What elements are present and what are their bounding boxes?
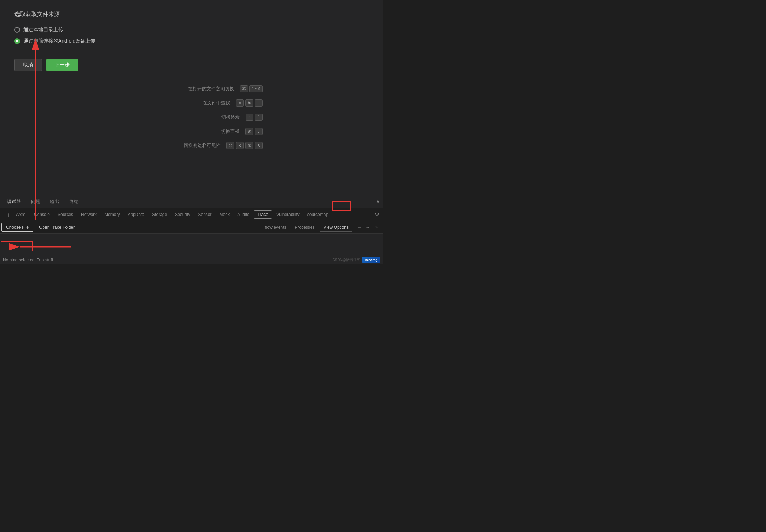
open-trace-folder-button[interactable]: Open Trace Folder xyxy=(35,223,79,231)
devtools-tab-audits[interactable]: Audits xyxy=(234,211,253,218)
cancel-button[interactable]: 取消 xyxy=(14,59,42,71)
radio-circle-1 xyxy=(14,27,20,33)
nav-right-button[interactable]: → xyxy=(364,223,372,231)
button-group: 取消 下一步 xyxy=(14,59,78,71)
key-k-5: K xyxy=(236,142,244,149)
shortcut-label-1: 在打开的文件之间切换 xyxy=(120,86,234,92)
key-backtick-3: ` xyxy=(255,114,263,121)
shortcut-label-3: 切换终端 xyxy=(120,114,240,120)
flow-events-button[interactable]: flow events xyxy=(261,223,290,231)
devtools-tab-sourcemap[interactable]: sourcemap xyxy=(304,211,332,218)
shortcut-row-1: 在打开的文件之间切换 ⌘ 1 ~ 9 xyxy=(120,85,263,92)
nav-more-button[interactable]: » xyxy=(372,223,380,231)
radio-group: 通过本地目录上传 通过电脑连接的Android设备上传 xyxy=(14,27,95,44)
panel-tab-debugger[interactable]: 调试器 xyxy=(3,197,25,206)
choose-file-button[interactable]: Choose File xyxy=(1,223,33,232)
devtools-tab-network[interactable]: Network xyxy=(77,211,100,218)
processes-button[interactable]: Processes xyxy=(291,223,318,231)
key-range-1: 1 ~ 9 xyxy=(249,85,263,92)
nav-left-button[interactable]: ← xyxy=(355,223,363,231)
key-cmd-1: ⌘ xyxy=(240,85,248,92)
key-group-3: ^ ` xyxy=(246,114,263,121)
devtools-tab-vulnerability[interactable]: Vulnerability xyxy=(273,211,303,218)
view-options-button[interactable]: View Options xyxy=(320,223,352,232)
dialog-title: 选取获取文件来源 xyxy=(14,11,60,18)
shortcut-label-4: 切换面板 xyxy=(120,128,239,135)
watermark-logo: bestimg xyxy=(362,257,380,263)
next-button[interactable]: 下一步 xyxy=(46,59,78,71)
key-group-1: ⌘ 1 ~ 9 xyxy=(240,85,263,92)
key-cmd-5a: ⌘ xyxy=(226,142,234,149)
shortcut-row-5: 切换侧边栏可见性 ⌘ K ⌘ B xyxy=(120,142,263,149)
panel-tab-issues[interactable]: 问题 xyxy=(27,197,44,206)
devtools-tab-appdata[interactable]: AppData xyxy=(124,211,148,218)
shortcut-label-2: 在文件中查找 xyxy=(120,100,230,106)
radio-option-2[interactable]: 通过电脑连接的Android设备上传 xyxy=(14,38,95,44)
panel-tab-terminal[interactable]: 终端 xyxy=(65,197,83,206)
shortcut-row-3: 切换终端 ^ ` xyxy=(120,114,263,121)
key-cmd-2: ⌘ xyxy=(245,99,253,107)
trace-content: Nothing selected. Tap stuff. xyxy=(0,234,383,264)
panel-tab-output[interactable]: 输出 xyxy=(46,197,64,206)
devtools-tab-security[interactable]: Security xyxy=(171,211,194,218)
panel-collapse-button[interactable]: ∧ xyxy=(376,198,380,205)
shortcuts-area: 在打开的文件之间切换 ⌘ 1 ~ 9 在文件中查找 ⇧ ⌘ F 切换终端 ^ `… xyxy=(0,78,383,156)
radio-circle-2 xyxy=(14,38,20,44)
devtools-tab-storage[interactable]: Storage xyxy=(149,211,171,218)
nav-arrows: ← → » xyxy=(354,223,382,231)
key-group-2: ⇧ ⌘ F xyxy=(236,99,263,107)
key-f-2: F xyxy=(255,99,263,107)
cursor-icon[interactable]: ⬚ xyxy=(1,210,11,219)
devtools-tab-mock[interactable]: Mock xyxy=(216,211,233,218)
key-b-5: B xyxy=(255,142,263,149)
key-shift-2: ⇧ xyxy=(236,99,244,107)
panel-tabs: 调试器 问题 输出 终端 ∧ xyxy=(0,195,383,208)
devtools-tabs: ⬚ Wxml Console Sources Network Memory Ap… xyxy=(0,208,383,221)
shortcut-row-2: 在文件中查找 ⇧ ⌘ F xyxy=(120,99,263,107)
nothing-selected-text: Nothing selected. Tap stuff. xyxy=(3,257,54,262)
key-group-5: ⌘ K ⌘ B xyxy=(226,142,263,149)
radio-label-1: 通过本地目录上传 xyxy=(23,27,63,33)
key-cmd-5b: ⌘ xyxy=(245,142,253,149)
key-ctrl-3: ^ xyxy=(246,114,253,121)
devtools-tab-memory[interactable]: Memory xyxy=(101,211,123,218)
radio-option-1[interactable]: 通过本地目录上传 xyxy=(14,27,95,33)
devtools-tab-sensor[interactable]: Sensor xyxy=(195,211,215,218)
bottom-panel: 调试器 问题 输出 终端 ∧ ⬚ Wxml Console Sources Ne… xyxy=(0,195,383,266)
trace-toolbar: Choose File Open Trace Folder flow event… xyxy=(0,221,383,234)
key-cmd-4: ⌘ xyxy=(245,128,253,135)
key-group-4: ⌘ J xyxy=(245,128,263,135)
shortcut-row-4: 切换面板 ⌘ J xyxy=(120,128,263,135)
devtools-tab-wxml[interactable]: Wxml xyxy=(12,211,30,218)
watermark-text: CSDN@恬恬信图 xyxy=(333,257,361,262)
shortcut-label-5: 切换侧边栏可见性 xyxy=(120,142,221,149)
watermark: CSDN@恬恬信图 bestimg xyxy=(333,257,381,263)
devtools-tab-console[interactable]: Console xyxy=(31,211,53,218)
radio-label-2: 通过电脑连接的Android设备上传 xyxy=(23,38,95,44)
devtools-tab-sources[interactable]: Sources xyxy=(54,211,77,218)
devtools-tab-trace[interactable]: Trace xyxy=(254,210,272,219)
key-j-4: J xyxy=(255,128,263,135)
settings-icon[interactable]: ⚙ xyxy=(372,211,382,218)
